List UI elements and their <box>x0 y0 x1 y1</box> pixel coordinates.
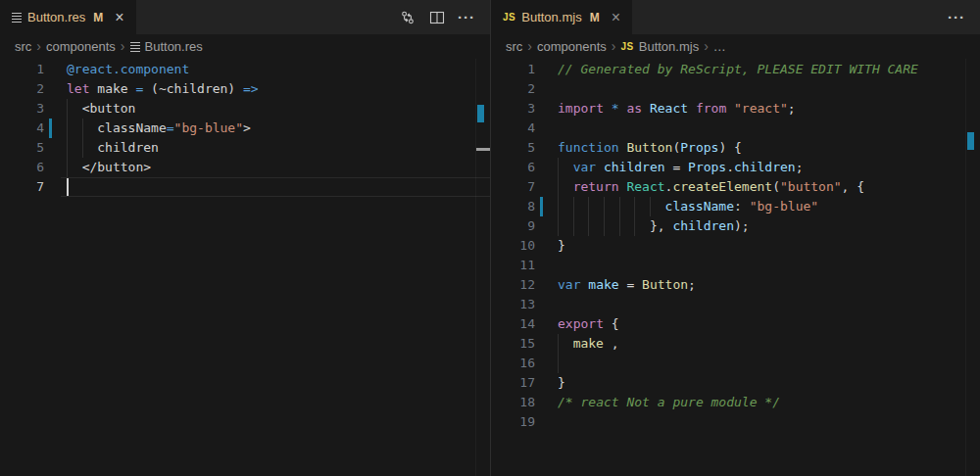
breadcrumb-item-components[interactable]: components <box>537 39 607 54</box>
breadcrumb-item-src[interactable]: src <box>15 39 31 54</box>
code-text[interactable]: } <box>552 373 980 393</box>
code-line[interactable]: 3import * as React from "react"; <box>491 99 980 119</box>
code-line[interactable]: 2let make = (~children) => <box>0 79 490 99</box>
breadcrumb: src › components › Button.res <box>0 34 490 59</box>
more-actions-icon[interactable]: ··· <box>457 8 476 27</box>
js-icon: JS <box>503 12 515 23</box>
code-line[interactable]: 15make , <box>491 334 980 354</box>
token: className <box>665 199 734 214</box>
code-line[interactable]: 17} <box>491 373 980 393</box>
code-text[interactable]: // Generated by ReScript, PLEASE EDIT WI… <box>552 60 980 79</box>
line-number: 5 <box>491 138 535 158</box>
token: , <box>604 336 619 351</box>
token: ); <box>734 218 750 233</box>
code-line[interactable]: 11 <box>491 256 980 275</box>
gutter: 6 <box>0 158 61 177</box>
code-line[interactable]: 3<button <box>0 99 490 119</box>
code-line[interactable]: 6</button> <box>0 158 490 177</box>
token <box>726 101 734 116</box>
code-text[interactable]: export { <box>552 314 980 334</box>
code-line[interactable]: 18/* react Not a pure module */ <box>491 393 980 412</box>
code-text[interactable]: return React.createElement("button", { <box>552 177 980 197</box>
token: = <box>619 277 642 292</box>
code-line[interactable]: 7return React.createElement("button", { <box>491 177 980 197</box>
code-text[interactable] <box>61 177 490 197</box>
open-changes-icon[interactable] <box>398 8 417 27</box>
code-line[interactable]: 4className="bg-blue"> <box>0 119 490 138</box>
file-icon <box>130 42 140 52</box>
code-editor-rescript[interactable]: 1@react.component2let make = (~children)… <box>0 59 490 476</box>
line-number: 1 <box>491 60 535 79</box>
code-text[interactable] <box>552 256 980 275</box>
code-text[interactable] <box>552 295 980 314</box>
code-text[interactable]: className="bg-blue"> <box>61 119 490 138</box>
tab-button-mjs[interactable]: JS Button.mjs M × <box>491 0 632 34</box>
code-text[interactable]: <button <box>61 99 490 119</box>
code-line[interactable]: 1// Generated by ReScript, PLEASE EDIT W… <box>491 60 980 79</box>
editor-workbench: Button.res M × <box>0 0 980 476</box>
code-line[interactable]: 8className: "bg-blue" <box>491 197 980 216</box>
token: make <box>588 277 618 292</box>
overview-ruler[interactable] <box>475 59 490 476</box>
tab-button-res[interactable]: Button.res M × <box>0 0 136 34</box>
token: from <box>696 101 726 116</box>
code-line[interactable]: 9}, children); <box>491 216 980 236</box>
code-text[interactable]: }, children); <box>552 216 980 236</box>
gutter: 1 <box>491 60 552 79</box>
code-text[interactable] <box>552 354 980 373</box>
chevron-right-icon: › <box>612 39 616 53</box>
close-icon[interactable]: × <box>115 10 123 25</box>
code-text[interactable]: let make = (~children) => <box>61 79 490 99</box>
code-text[interactable] <box>552 79 980 99</box>
code-text[interactable]: } <box>552 236 980 256</box>
gutter: 3 <box>491 99 552 119</box>
code-text[interactable]: </button> <box>61 158 490 177</box>
code-text[interactable]: import * as React from "react"; <box>552 99 980 119</box>
code-text[interactable]: function Button(Props) { <box>552 138 980 158</box>
breadcrumb-item-src[interactable]: src <box>506 39 522 54</box>
code-line[interactable]: 5function Button(Props) { <box>491 138 980 158</box>
breadcrumb-item-symbol-more[interactable]: … <box>713 39 726 54</box>
code-line[interactable]: 16 <box>491 354 980 373</box>
code-text[interactable]: make , <box>552 334 980 354</box>
code-text[interactable]: var children = Props.children; <box>552 158 980 177</box>
code-text[interactable]: var make = Button; <box>552 275 980 295</box>
code-text[interactable] <box>552 119 980 138</box>
code-text[interactable]: /* react Not a pure module */ <box>552 393 980 412</box>
gutter: 8 <box>491 197 552 216</box>
gutter: 7 <box>0 177 61 197</box>
overview-ruler[interactable] <box>965 59 980 476</box>
split-editor-icon[interactable] <box>427 8 447 27</box>
code-line[interactable]: 5children <box>0 138 490 158</box>
code-line[interactable]: 4 <box>491 119 980 138</box>
code-editor-javascript[interactable]: 1// Generated by ReScript, PLEASE EDIT W… <box>491 59 980 476</box>
line-number: 11 <box>491 256 535 275</box>
code-line[interactable]: 7 <box>0 177 490 197</box>
code-line[interactable]: 2 <box>491 79 980 99</box>
breadcrumb-item-components[interactable]: components <box>46 39 116 54</box>
breadcrumb-item-file[interactable]: JS Button.mjs <box>621 39 700 54</box>
code-line[interactable]: 12var make = Button; <box>491 275 980 295</box>
code-text[interactable]: className: "bg-blue" <box>552 197 980 216</box>
code-text[interactable] <box>552 412 980 432</box>
breadcrumb-item-file[interactable]: Button.res <box>130 39 203 54</box>
code-line[interactable]: 6var children = Props.children; <box>491 158 980 177</box>
code-text[interactable]: children <box>61 138 490 158</box>
gutter: 10 <box>491 236 552 256</box>
code-line[interactable]: 1@react.component <box>0 60 490 79</box>
tab-label: Button.mjs <box>521 10 581 24</box>
code-line[interactable]: 14export { <box>491 314 980 334</box>
code-text[interactable]: @react.component <box>61 60 490 79</box>
modified-badge: M <box>590 11 600 24</box>
gutter: 14 <box>491 314 552 334</box>
code-line[interactable]: 13 <box>491 295 980 314</box>
more-actions-icon[interactable]: ··· <box>947 8 966 27</box>
modified-badge: M <box>93 11 103 24</box>
token: /* react Not a pure module */ <box>558 395 780 409</box>
gutter: 6 <box>491 158 552 177</box>
token: ) { <box>718 140 741 155</box>
code-line[interactable]: 10} <box>491 236 980 256</box>
line-number: 10 <box>491 236 535 256</box>
code-line[interactable]: 19 <box>491 412 980 432</box>
close-icon[interactable]: × <box>612 10 620 25</box>
